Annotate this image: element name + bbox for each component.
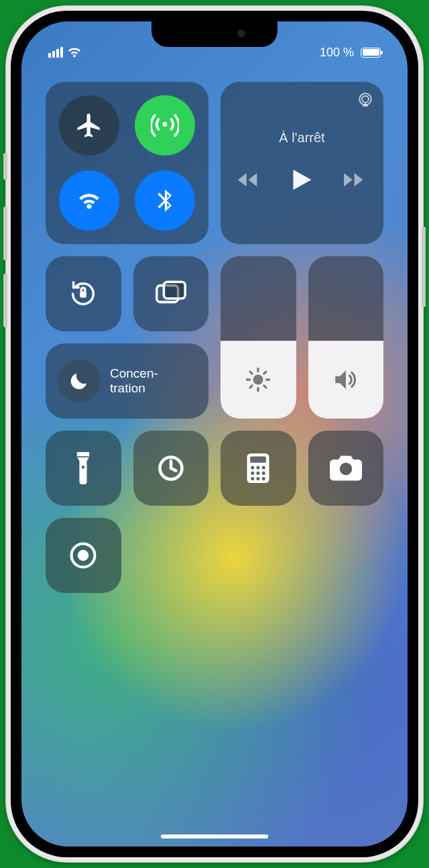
brightness-slider[interactable] bbox=[221, 256, 296, 419]
wifi-status-icon bbox=[67, 47, 82, 58]
media-title: À l'arrêt bbox=[279, 130, 324, 146]
battery-percentage: 100 % bbox=[320, 46, 354, 60]
screen-mirroring-icon bbox=[156, 280, 186, 307]
brightness-fill bbox=[221, 341, 296, 419]
svg-rect-2 bbox=[80, 291, 86, 298]
svg-point-5 bbox=[253, 374, 263, 384]
battery-icon bbox=[361, 48, 381, 58]
svg-rect-9 bbox=[250, 457, 266, 463]
forward-icon[interactable] bbox=[344, 172, 367, 188]
svg-point-1 bbox=[362, 96, 369, 103]
volume-fill bbox=[308, 341, 384, 419]
phone-frame: 100 % bbox=[5, 5, 424, 863]
svg-rect-6 bbox=[77, 456, 89, 457]
media-panel[interactable]: À l'arrêt bbox=[221, 82, 383, 244]
volume-up-button bbox=[3, 207, 7, 260]
cellular-data-toggle[interactable] bbox=[135, 95, 195, 156]
flashlight-icon bbox=[74, 452, 92, 484]
cellular-signal-icon bbox=[48, 47, 63, 58]
volume-slider[interactable] bbox=[308, 256, 384, 419]
focus-label: Concen- tration bbox=[110, 366, 158, 396]
svg-point-15 bbox=[262, 472, 265, 475]
sun-icon bbox=[245, 366, 271, 393]
camera-icon bbox=[330, 455, 362, 482]
rotation-lock-icon bbox=[68, 278, 99, 309]
calculator-button[interactable] bbox=[221, 431, 296, 506]
svg-point-17 bbox=[257, 477, 260, 480]
wifi-toggle[interactable] bbox=[59, 170, 119, 231]
svg-point-13 bbox=[251, 472, 254, 475]
svg-point-16 bbox=[251, 477, 254, 480]
play-icon[interactable] bbox=[293, 170, 312, 190]
moon-icon bbox=[68, 370, 90, 392]
status-right: 100 % bbox=[320, 46, 381, 60]
svg-point-10 bbox=[251, 466, 254, 470]
timer-button[interactable] bbox=[133, 431, 209, 506]
volume-down-button bbox=[3, 274, 7, 327]
calculator-icon bbox=[247, 453, 269, 483]
phone-bezel: 100 % bbox=[11, 11, 418, 857]
focus-icon-circle bbox=[58, 360, 101, 402]
svg-point-18 bbox=[262, 477, 265, 480]
svg-point-12 bbox=[262, 466, 265, 470]
svg-point-14 bbox=[257, 472, 260, 475]
svg-point-11 bbox=[257, 466, 260, 470]
home-indicator[interactable] bbox=[161, 834, 268, 838]
airplane-icon bbox=[75, 111, 103, 140]
power-button bbox=[422, 227, 426, 307]
orientation-lock-toggle[interactable] bbox=[46, 256, 121, 331]
camera-button[interactable] bbox=[308, 431, 384, 506]
screen: 100 % bbox=[21, 21, 408, 847]
airplane-mode-toggle[interactable] bbox=[59, 95, 119, 156]
flashlight-button[interactable] bbox=[46, 431, 121, 506]
antenna-icon bbox=[151, 111, 179, 140]
svg-rect-4 bbox=[164, 282, 185, 299]
focus-button[interactable]: Concen- tration bbox=[46, 343, 208, 419]
bluetooth-toggle[interactable] bbox=[135, 170, 195, 231]
bluetooth-icon bbox=[151, 187, 178, 214]
screen-mirroring-button[interactable] bbox=[133, 256, 209, 331]
media-controls bbox=[238, 170, 367, 190]
airplay-icon[interactable] bbox=[357, 91, 374, 111]
connectivity-panel[interactable] bbox=[46, 82, 208, 244]
svg-point-20 bbox=[78, 550, 89, 561]
control-center: À l'arrêt bbox=[46, 82, 383, 593]
wifi-icon bbox=[75, 186, 103, 215]
rewind-icon[interactable] bbox=[238, 172, 261, 188]
status-left bbox=[48, 47, 82, 58]
speaker-icon bbox=[332, 366, 360, 394]
timer-icon bbox=[156, 453, 186, 483]
screen-record-button[interactable] bbox=[46, 518, 121, 593]
mute-switch bbox=[3, 153, 7, 180]
notch bbox=[151, 21, 278, 47]
screen-record-icon bbox=[68, 541, 98, 570]
